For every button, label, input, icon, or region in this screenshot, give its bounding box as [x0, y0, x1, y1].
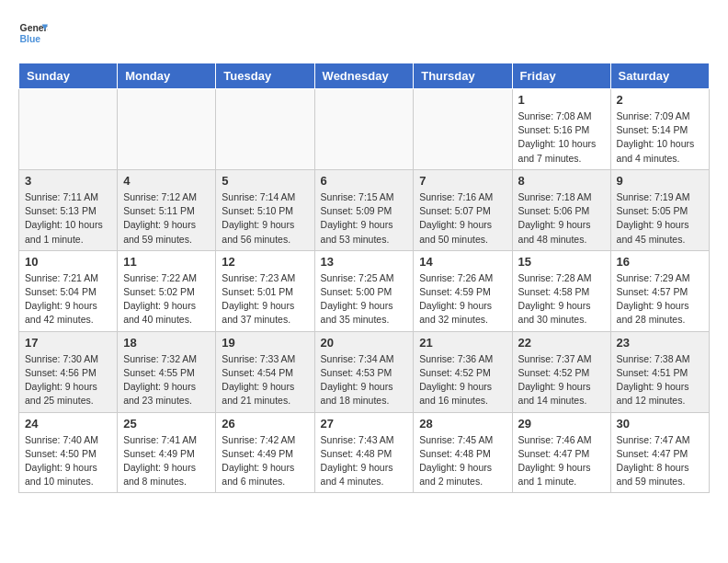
day-number: 1: [518, 93, 605, 107]
svg-text:Blue: Blue: [20, 34, 41, 44]
day-info: Sunrise: 7:32 AM Sunset: 4:55 PM Dayligh…: [123, 352, 210, 408]
day-info: Sunrise: 7:45 AM Sunset: 4:48 PM Dayligh…: [419, 433, 506, 489]
day-cell: 10Sunrise: 7:21 AM Sunset: 5:04 PM Dayli…: [19, 250, 118, 331]
day-header-monday: Monday: [118, 63, 216, 89]
day-header-saturday: Saturday: [610, 63, 709, 89]
day-cell: 25Sunrise: 7:41 AM Sunset: 4:49 PM Dayli…: [118, 412, 216, 493]
day-info: Sunrise: 7:21 AM Sunset: 5:04 PM Dayligh…: [25, 271, 111, 327]
calendar-week-row: 1Sunrise: 7:08 AM Sunset: 5:16 PM Daylig…: [19, 89, 710, 170]
day-number: 6: [321, 174, 408, 188]
day-number: 25: [123, 417, 210, 431]
day-cell: 26Sunrise: 7:42 AM Sunset: 4:49 PM Dayli…: [216, 412, 314, 493]
day-number: 15: [518, 255, 605, 269]
day-header-wednesday: Wednesday: [314, 63, 414, 89]
day-number: 13: [321, 255, 408, 269]
day-number: 28: [419, 417, 506, 431]
day-cell: 30Sunrise: 7:47 AM Sunset: 4:47 PM Dayli…: [610, 412, 709, 493]
day-info: Sunrise: 7:19 AM Sunset: 5:05 PM Dayligh…: [617, 190, 703, 247]
day-cell: 27Sunrise: 7:43 AM Sunset: 4:48 PM Dayli…: [314, 412, 414, 493]
day-cell: 20Sunrise: 7:34 AM Sunset: 4:53 PM Dayli…: [314, 331, 414, 412]
empty-cell: [216, 89, 314, 170]
day-number: 17: [25, 336, 111, 350]
day-info: Sunrise: 7:29 AM Sunset: 4:57 PM Dayligh…: [617, 271, 703, 327]
day-info: Sunrise: 7:41 AM Sunset: 4:49 PM Dayligh…: [123, 433, 210, 489]
day-cell: 21Sunrise: 7:36 AM Sunset: 4:52 PM Dayli…: [414, 331, 512, 412]
day-info: Sunrise: 7:43 AM Sunset: 4:48 PM Dayligh…: [321, 433, 408, 489]
day-info: Sunrise: 7:47 AM Sunset: 4:47 PM Dayligh…: [617, 433, 703, 489]
day-number: 23: [617, 336, 703, 350]
day-number: 9: [617, 174, 703, 188]
empty-cell: [314, 89, 414, 170]
day-cell: 23Sunrise: 7:38 AM Sunset: 4:51 PM Dayli…: [610, 331, 709, 412]
day-info: Sunrise: 7:16 AM Sunset: 5:07 PM Dayligh…: [419, 190, 506, 247]
day-number: 22: [518, 336, 605, 350]
day-info: Sunrise: 7:11 AM Sunset: 5:13 PM Dayligh…: [25, 190, 111, 247]
day-number: 26: [222, 417, 308, 431]
day-header-tuesday: Tuesday: [216, 63, 314, 89]
day-number: 20: [321, 336, 408, 350]
day-cell: 15Sunrise: 7:28 AM Sunset: 4:58 PM Dayli…: [512, 250, 610, 331]
day-info: Sunrise: 7:15 AM Sunset: 5:09 PM Dayligh…: [321, 190, 408, 247]
day-info: Sunrise: 7:40 AM Sunset: 4:50 PM Dayligh…: [25, 433, 111, 489]
day-cell: 4Sunrise: 7:12 AM Sunset: 5:11 PM Daylig…: [118, 169, 216, 250]
day-number: 29: [518, 417, 605, 431]
logo-icon: General Blue: [18, 18, 48, 48]
day-info: Sunrise: 7:09 AM Sunset: 5:14 PM Dayligh…: [617, 109, 703, 166]
day-cell: 1Sunrise: 7:08 AM Sunset: 5:16 PM Daylig…: [512, 89, 610, 170]
day-number: 8: [518, 174, 605, 188]
day-cell: 12Sunrise: 7:23 AM Sunset: 5:01 PM Dayli…: [216, 250, 314, 331]
day-cell: 6Sunrise: 7:15 AM Sunset: 5:09 PM Daylig…: [314, 169, 414, 250]
day-info: Sunrise: 7:30 AM Sunset: 4:56 PM Dayligh…: [25, 352, 111, 408]
day-number: 24: [25, 417, 111, 431]
day-info: Sunrise: 7:14 AM Sunset: 5:10 PM Dayligh…: [222, 190, 308, 247]
day-info: Sunrise: 7:22 AM Sunset: 5:02 PM Dayligh…: [123, 271, 210, 327]
day-header-thursday: Thursday: [414, 63, 512, 89]
day-number: 11: [123, 255, 210, 269]
day-cell: 8Sunrise: 7:18 AM Sunset: 5:06 PM Daylig…: [512, 169, 610, 250]
day-info: Sunrise: 7:46 AM Sunset: 4:47 PM Dayligh…: [518, 433, 605, 489]
day-number: 3: [25, 174, 111, 188]
day-number: 19: [222, 336, 308, 350]
day-number: 2: [617, 93, 703, 107]
day-info: Sunrise: 7:36 AM Sunset: 4:52 PM Dayligh…: [419, 352, 506, 408]
day-number: 18: [123, 336, 210, 350]
calendar: SundayMondayTuesdayWednesdayThursdayFrid…: [18, 63, 710, 493]
day-cell: 5Sunrise: 7:14 AM Sunset: 5:10 PM Daylig…: [216, 169, 314, 250]
day-number: 4: [123, 174, 210, 188]
day-number: 16: [617, 255, 703, 269]
day-number: 27: [321, 417, 408, 431]
day-info: Sunrise: 7:33 AM Sunset: 4:54 PM Dayligh…: [222, 352, 308, 408]
day-info: Sunrise: 7:12 AM Sunset: 5:11 PM Dayligh…: [123, 190, 210, 247]
calendar-week-row: 24Sunrise: 7:40 AM Sunset: 4:50 PM Dayli…: [19, 412, 710, 493]
calendar-week-row: 17Sunrise: 7:30 AM Sunset: 4:56 PM Dayli…: [19, 331, 710, 412]
calendar-header-row: SundayMondayTuesdayWednesdayThursdayFrid…: [19, 63, 710, 89]
day-cell: 7Sunrise: 7:16 AM Sunset: 5:07 PM Daylig…: [414, 169, 512, 250]
day-info: Sunrise: 7:23 AM Sunset: 5:01 PM Dayligh…: [222, 271, 308, 327]
page-header: General Blue: [18, 18, 710, 48]
day-cell: 2Sunrise: 7:09 AM Sunset: 5:14 PM Daylig…: [610, 89, 709, 170]
empty-cell: [19, 89, 118, 170]
logo: General Blue: [18, 18, 48, 48]
day-header-friday: Friday: [512, 63, 610, 89]
day-number: 12: [222, 255, 308, 269]
day-cell: 9Sunrise: 7:19 AM Sunset: 5:05 PM Daylig…: [610, 169, 709, 250]
calendar-week-row: 3Sunrise: 7:11 AM Sunset: 5:13 PM Daylig…: [19, 169, 710, 250]
day-info: Sunrise: 7:18 AM Sunset: 5:06 PM Dayligh…: [518, 190, 605, 247]
day-cell: 17Sunrise: 7:30 AM Sunset: 4:56 PM Dayli…: [19, 331, 118, 412]
day-cell: 24Sunrise: 7:40 AM Sunset: 4:50 PM Dayli…: [19, 412, 118, 493]
day-cell: 28Sunrise: 7:45 AM Sunset: 4:48 PM Dayli…: [414, 412, 512, 493]
day-cell: 13Sunrise: 7:25 AM Sunset: 5:00 PM Dayli…: [314, 250, 414, 331]
day-info: Sunrise: 7:42 AM Sunset: 4:49 PM Dayligh…: [222, 433, 308, 489]
day-cell: 29Sunrise: 7:46 AM Sunset: 4:47 PM Dayli…: [512, 412, 610, 493]
day-number: 21: [419, 336, 506, 350]
day-cell: 18Sunrise: 7:32 AM Sunset: 4:55 PM Dayli…: [118, 331, 216, 412]
day-info: Sunrise: 7:37 AM Sunset: 4:52 PM Dayligh…: [518, 352, 605, 408]
day-cell: 3Sunrise: 7:11 AM Sunset: 5:13 PM Daylig…: [19, 169, 118, 250]
day-cell: 22Sunrise: 7:37 AM Sunset: 4:52 PM Dayli…: [512, 331, 610, 412]
empty-cell: [414, 89, 512, 170]
day-info: Sunrise: 7:26 AM Sunset: 4:59 PM Dayligh…: [419, 271, 506, 327]
day-number: 7: [419, 174, 506, 188]
day-number: 10: [25, 255, 111, 269]
day-info: Sunrise: 7:08 AM Sunset: 5:16 PM Dayligh…: [518, 109, 605, 166]
day-info: Sunrise: 7:28 AM Sunset: 4:58 PM Dayligh…: [518, 271, 605, 327]
